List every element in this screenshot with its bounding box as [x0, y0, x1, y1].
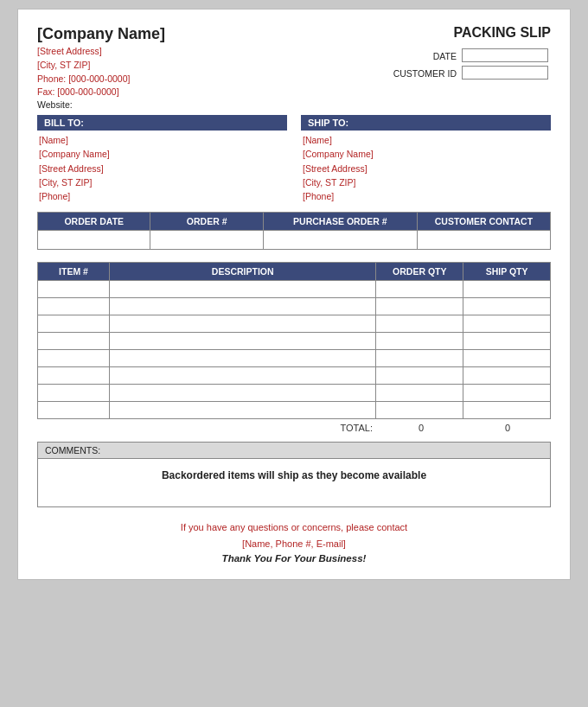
item-cell-2-2[interactable] — [376, 315, 463, 333]
item-cell-6-0[interactable] — [38, 385, 110, 402]
order-qty-header: ORDER QTY — [376, 263, 463, 281]
item-cell-3-0[interactable] — [38, 333, 110, 350]
footer: If you have any questions or concerns, p… — [37, 519, 551, 563]
ship-to-name: [Name] — [301, 133, 551, 147]
item-cell-5-1[interactable] — [110, 367, 376, 385]
item-cell-7-1[interactable] — [110, 402, 376, 419]
bill-ship-section: BILL TO: [Name] [Company Name] [Street A… — [37, 115, 551, 203]
item-cell-0-3[interactable] — [463, 281, 551, 298]
company-name: [Company Name] — [37, 25, 165, 43]
order-date-cell[interactable] — [38, 231, 150, 250]
customer-id-label: CUSTOMER ID — [391, 65, 459, 82]
packing-slip-right: PACKING SLIP DATE CUSTOMER ID — [361, 25, 551, 82]
order-num-cell[interactable] — [150, 231, 263, 250]
items-row-4[interactable] — [38, 350, 551, 367]
total-ship-qty: 0 — [464, 423, 551, 433]
customer-contact-header: CUSTOMER CONTACT — [417, 213, 550, 231]
item-cell-1-2[interactable] — [376, 298, 463, 315]
website: Website: — [37, 99, 165, 110]
item-cell-7-2[interactable] — [376, 402, 463, 419]
packing-slip-title: PACKING SLIP — [361, 25, 551, 41]
item-cell-0-1[interactable] — [110, 281, 376, 298]
purchase-order-header: PURCHASE ORDER # — [263, 213, 417, 231]
items-row-3[interactable] — [38, 333, 551, 350]
item-cell-3-1[interactable] — [110, 333, 376, 350]
items-row-6[interactable] — [38, 385, 551, 402]
item-cell-5-0[interactable] — [38, 367, 110, 385]
contact-line2: [Name, Phone #, E-mail] — [37, 536, 551, 552]
total-order-qty: 0 — [378, 423, 464, 433]
contact-line1: If you have any questions or concerns, p… — [37, 519, 551, 536]
street-address: [Street Address] — [37, 45, 165, 59]
order-info-row — [38, 231, 551, 250]
bill-to-address: [Street Address] — [37, 162, 287, 175]
description-header: DESCRIPTION — [110, 263, 376, 281]
company-info: [Company Name] [Street Address] [City, S… — [37, 25, 165, 110]
bill-to-name: [Name] — [37, 133, 287, 147]
items-row-5[interactable] — [38, 367, 551, 385]
item-cell-6-2[interactable] — [376, 385, 463, 402]
items-row-7[interactable] — [38, 402, 551, 419]
item-cell-0-2[interactable] — [376, 281, 463, 298]
total-label: TOTAL: — [341, 423, 379, 433]
ship-to-address: [Street Address] — [301, 162, 551, 175]
thank-you: Thank You For Your Business! — [37, 553, 551, 564]
item-cell-7-3[interactable] — [463, 402, 551, 419]
item-cell-2-1[interactable] — [110, 315, 376, 333]
ship-to-phone: [Phone] — [301, 189, 551, 203]
date-input[interactable] — [462, 48, 548, 62]
fax: Fax: [000-000-0000] — [37, 86, 165, 99]
item-cell-3-3[interactable] — [463, 333, 551, 350]
item-cell-3-2[interactable] — [376, 333, 463, 350]
purchase-order-cell[interactable] — [263, 231, 417, 250]
items-row-2[interactable] — [38, 315, 551, 333]
items-row-0[interactable] — [38, 281, 551, 298]
item-cell-1-0[interactable] — [38, 298, 110, 315]
item-cell-5-2[interactable] — [376, 367, 463, 385]
item-cell-4-2[interactable] — [376, 350, 463, 367]
bill-to-company: [Company Name] — [37, 147, 287, 161]
order-date-header: ORDER DATE — [38, 213, 150, 231]
item-cell-7-0[interactable] — [38, 402, 110, 419]
comments-header: COMMENTS: — [38, 443, 550, 459]
packing-slip-page: [Company Name] [Street Address] [City, S… — [17, 9, 571, 580]
comments-section: COMMENTS: Backordered items will ship as… — [37, 442, 551, 507]
totals-area: TOTAL: 0 0 — [37, 423, 551, 433]
items-row-1[interactable] — [38, 298, 551, 315]
ship-to-city: [City, ST ZIP] — [301, 175, 551, 189]
order-info-table: ORDER DATE ORDER # PURCHASE ORDER # CUST… — [37, 212, 551, 250]
order-num-header: ORDER # — [150, 213, 263, 231]
comments-body: Backordered items will ship as they beco… — [38, 459, 550, 506]
date-label: DATE — [391, 48, 459, 65]
city-st-zip: [City, ST ZIP] — [37, 59, 165, 73]
header-section: [Company Name] [Street Address] [City, S… — [37, 25, 551, 110]
ship-to-company: [Company Name] — [301, 147, 551, 161]
date-customer-table: DATE CUSTOMER ID — [391, 48, 551, 82]
item-cell-1-1[interactable] — [110, 298, 376, 315]
item-cell-6-1[interactable] — [110, 385, 376, 402]
bill-to-phone: [Phone] — [37, 189, 287, 203]
item-cell-4-1[interactable] — [110, 350, 376, 367]
item-cell-2-0[interactable] — [38, 315, 110, 333]
ship-to-block: SHIP TO: [Name] [Company Name] [Street A… — [301, 115, 551, 203]
phone: Phone: [000-000-0000] — [37, 73, 165, 86]
bill-to-block: BILL TO: [Name] [Company Name] [Street A… — [37, 115, 287, 203]
items-table: ITEM # DESCRIPTION ORDER QTY SHIP QTY — [37, 262, 551, 419]
item-num-header: ITEM # — [38, 263, 110, 281]
item-cell-1-3[interactable] — [463, 298, 551, 315]
ship-to-header: SHIP TO: — [301, 115, 551, 131]
item-cell-4-3[interactable] — [463, 350, 551, 367]
item-cell-6-3[interactable] — [463, 385, 551, 402]
customer-contact-cell[interactable] — [417, 231, 550, 250]
ship-qty-header: SHIP QTY — [463, 263, 551, 281]
bill-to-header: BILL TO: — [37, 115, 287, 131]
item-cell-5-3[interactable] — [463, 367, 551, 385]
item-cell-4-0[interactable] — [38, 350, 110, 367]
customer-id-input[interactable] — [462, 66, 548, 80]
item-cell-0-0[interactable] — [38, 281, 110, 298]
bill-to-city: [City, ST ZIP] — [37, 175, 287, 189]
item-cell-2-3[interactable] — [463, 315, 551, 333]
